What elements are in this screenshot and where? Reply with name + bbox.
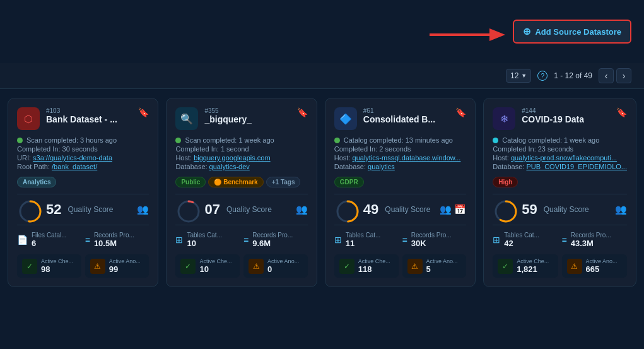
uri-link[interactable]: qualytics-prod.snowflakecomputi... xyxy=(511,154,617,162)
tags-row: Analytics xyxy=(17,177,149,187)
stat-label: Records Pro... xyxy=(571,232,611,239)
stat-value: 9.6M xyxy=(252,239,293,248)
uri-link[interactable]: s3a://qualytics-demo-data xyxy=(33,154,112,162)
stat-item: ≡ Records Pro... 9.6M xyxy=(243,232,308,248)
root-link[interactable]: qualytics-dev xyxy=(209,163,250,170)
completed-in: Completed In: 2 seconds xyxy=(334,145,466,153)
bottom-stat: ✓ Active Che... 118 xyxy=(334,254,399,278)
quality-number: 07 xyxy=(204,201,220,218)
completed-in: Completed In: 1 second xyxy=(175,145,307,153)
stat-icon: ≡ xyxy=(243,235,249,245)
people-icon[interactable]: 👥 xyxy=(440,204,452,215)
quality-progress-svg xyxy=(334,198,361,225)
bottom-stat-icon: ⚠ xyxy=(90,259,105,274)
next-page-button[interactable]: › xyxy=(616,68,631,83)
stat-item: ≡ Records Pro... 30K xyxy=(402,232,467,248)
top-banner: ⊕ Add Source Datastore xyxy=(0,0,644,63)
stat-item: ≡ Records Pro... 43.3M xyxy=(562,232,627,248)
stats-grid: ⊞ Tables Cat... 10 ≡ Records Pro... 9.6M xyxy=(175,232,307,248)
bottom-stat: ✓ Active Che... 1,821 xyxy=(493,254,558,278)
tags-row: GDPR xyxy=(334,177,466,187)
bottom-stat-icon: ✓ xyxy=(180,259,196,274)
stat-icon: ⊞ xyxy=(493,235,500,245)
root-info: Database: qualytics xyxy=(334,163,466,170)
bookmark-icon[interactable]: 🔖 xyxy=(455,107,466,117)
quality-label: Quality Score xyxy=(67,205,113,214)
page-size-value: 12 xyxy=(510,71,518,80)
quality-number: 59 xyxy=(522,201,537,218)
stat-value: 6 xyxy=(32,239,67,248)
stats-grid: ⊞ Tables Cat... 11 ≡ Records Pro... 30K xyxy=(334,232,466,248)
bookmark-icon[interactable]: 🔖 xyxy=(138,107,149,117)
add-source-label: Add Source Datastore xyxy=(535,27,621,37)
card-title: COVID-19 Data xyxy=(522,114,584,124)
quality-progress-svg xyxy=(175,198,202,225)
page-size-select[interactable]: 12 ▼ xyxy=(506,69,531,83)
bstat-value: 1,821 xyxy=(517,264,549,274)
bottom-stat-icon: ✓ xyxy=(498,259,513,274)
bstat-value: 10 xyxy=(199,264,231,274)
prev-page-button[interactable]: ‹ xyxy=(599,68,614,83)
quality-row: 59 Quality Score 👥 xyxy=(493,194,627,225)
completed-in: Completed In: 23 seconds xyxy=(493,145,627,153)
quality-circle xyxy=(17,198,40,221)
bottom-stats: ✓ Active Che... 98 ⚠ Active Ano... 99 xyxy=(17,254,149,278)
quality-row: 49 Quality Score 👥 📅 xyxy=(334,194,466,225)
uri-info: URI: s3a://qualytics-demo-data xyxy=(17,154,149,162)
root-link[interactable]: qualytics xyxy=(368,163,395,170)
tag: 🟠 Benchmark xyxy=(208,177,263,187)
stat-icon: ≡ xyxy=(85,235,90,245)
stat-value: 30K xyxy=(411,239,452,248)
people-icon[interactable]: 👥 xyxy=(615,204,627,215)
root-link[interactable]: PUB_COVID19_EPIDEMIOLO... xyxy=(526,163,627,170)
stat-label: Files Catal... xyxy=(32,232,67,239)
uri-link[interactable]: qualytics-mssql.database.window... xyxy=(353,154,461,162)
page-navigation: ‹ › xyxy=(599,68,631,83)
bstat-value: 98 xyxy=(41,264,73,274)
card-header: ⬡ #103 Bank Dataset - ... 🔖 xyxy=(17,107,149,130)
stat-item: ⊞ Tables Cat... 10 xyxy=(175,232,240,248)
card-id: #355 xyxy=(204,107,252,114)
card-id: #61 xyxy=(363,107,435,114)
bookmark-icon[interactable]: 🔖 xyxy=(616,107,627,117)
datastore-card-2[interactable]: 🔷 #61 Consolidated B... 🔖 Catalog comple… xyxy=(325,98,476,287)
svg-marker-1 xyxy=(489,28,505,41)
pagination-bar: 12 ▼ ? 1 - 12 of 49 ‹ › xyxy=(0,63,644,89)
svg-point-4 xyxy=(179,201,199,222)
bstat-value: 0 xyxy=(267,264,299,274)
uri-link[interactable]: bigquery.googleapis.com xyxy=(194,154,270,162)
bstat-label: Active Che... xyxy=(199,258,231,264)
stat-label: Records Pro... xyxy=(411,232,452,239)
scan-info: Catalog completed: 1 week ago xyxy=(502,136,599,144)
scan-info: Scan completed: 3 hours ago xyxy=(26,136,117,144)
bottom-stat: ⚠ Active Ano... 0 xyxy=(243,254,308,278)
add-source-datastore-button[interactable]: ⊕ Add Source Datastore xyxy=(513,20,631,44)
stat-icon: ⊞ xyxy=(334,235,342,245)
bstat-value: 118 xyxy=(358,264,390,274)
quality-circle xyxy=(175,198,198,221)
calendar-icon[interactable]: 📅 xyxy=(454,204,466,215)
stat-icon: ⊞ xyxy=(175,235,183,245)
quality-progress-svg xyxy=(493,198,519,225)
datastore-card-3[interactable]: ❄ #144 COVID-19 Data 🔖 Catalog completed… xyxy=(483,98,636,287)
datastore-card-1[interactable]: 🔍 #355 _bigquery_ 🔖 Scan completed: 1 we… xyxy=(166,98,317,287)
stat-value: 10.5M xyxy=(94,239,134,248)
scan-info: Scan completed: 1 week ago xyxy=(185,136,274,144)
bstat-label: Active Che... xyxy=(358,258,390,264)
help-icon[interactable]: ? xyxy=(537,71,547,81)
people-icon[interactable]: 👥 xyxy=(296,204,308,215)
stat-item: ⊞ Tables Cat... 11 xyxy=(334,232,399,248)
quality-circle xyxy=(493,198,515,221)
bottom-stat-icon: ⚠ xyxy=(567,259,582,274)
card-meta: Scan completed: 3 hours ago Completed In… xyxy=(17,136,149,170)
bstat-value: 99 xyxy=(109,264,141,274)
completed-in: Completed In: 30 seconds xyxy=(17,145,149,153)
bottom-stat-icon: ⚠ xyxy=(407,259,423,274)
stat-icon: 📄 xyxy=(17,235,28,245)
bookmark-icon[interactable]: 🔖 xyxy=(297,107,308,117)
root-info: Database: qualytics-dev xyxy=(175,163,307,170)
datastore-card-0[interactable]: ⬡ #103 Bank Dataset - ... 🔖 Scan complet… xyxy=(8,98,158,287)
people-icon[interactable]: 👥 xyxy=(137,204,149,215)
root-link[interactable]: /bank_dataset/ xyxy=(52,163,97,170)
status-dot xyxy=(334,138,340,143)
